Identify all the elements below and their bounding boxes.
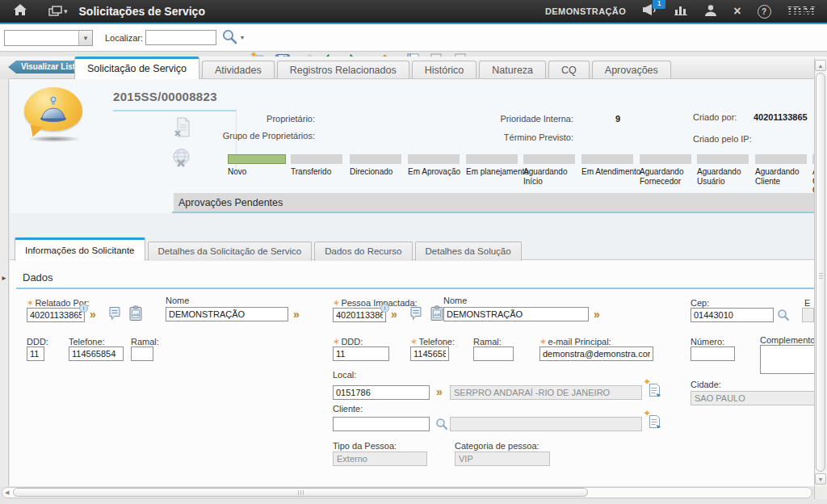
cliente-label: Cliente:: [333, 404, 363, 414]
nome2-input[interactable]: [443, 307, 589, 321]
caret-down-icon: ▾: [64, 7, 68, 15]
telefone1-input[interactable]: [69, 346, 124, 361]
criado-pelo-ip-label: Criado pelo IP:: [693, 134, 752, 144]
search-caret-icon[interactable]: ▾: [241, 34, 244, 41]
pessoa-impactada-input[interactable]: [333, 308, 386, 322]
ramal1-input[interactable]: [131, 346, 153, 361]
status-segment: Transferido: [291, 154, 354, 177]
grupo-proprietarios-label: Grupo de Proprietários:: [170, 131, 315, 141]
tab-solicitacao-de-servico[interactable]: Solicitação de Serviço: [74, 57, 199, 79]
subtab-dados-do-recurso[interactable]: Dados do Recurso: [314, 242, 412, 261]
subtab-informacoes-do-solicitante[interactable]: Informações do Solicitante: [15, 237, 145, 261]
home-icon[interactable]: [13, 3, 27, 19]
record-content: 2015SS/00008823 Proprietário: Grupo de P…: [10, 79, 814, 486]
categoria-de-pessoa-label: Categoria de pessoa:: [455, 441, 539, 451]
combobox-caret-icon[interactable]: ▾: [78, 31, 92, 45]
vertical-scrollbar-thumb[interactable]: [816, 73, 825, 472]
close-icon[interactable]: ×: [733, 4, 741, 19]
scroll-up-button[interactable]: ▲: [815, 60, 826, 71]
service-bell-icon: [36, 94, 71, 126]
complemento-textarea[interactable]: [760, 345, 814, 374]
left-collapse-strip: ►: [0, 79, 9, 486]
cep-input[interactable]: [691, 308, 774, 322]
apps-menu-icon[interactable]: ▾: [48, 6, 68, 17]
long-description-icon[interactable]: [107, 305, 123, 325]
complemento-label: Complemento:: [760, 335, 814, 345]
detail-menu-chevron[interactable]: »: [594, 308, 598, 321]
help-icon[interactable]: ?: [758, 5, 771, 19]
telefone2-input[interactable]: [410, 346, 449, 361]
relatado-por-input[interactable]: [27, 308, 85, 322]
tipo-da-pessoa-label: Tipo da Pessoa:: [333, 441, 397, 451]
horizontal-scrollbar-thumb[interactable]: [13, 488, 588, 497]
nome1-input[interactable]: [166, 307, 288, 321]
user-profile-icon[interactable]: [704, 4, 717, 19]
telefone1-label: Telefone:: [69, 337, 105, 346]
tab-atividades[interactable]: Atividades: [202, 61, 275, 79]
nome1-label: Nome: [166, 296, 189, 305]
scroll-down-button[interactable]: ▼: [815, 473, 826, 485]
tab-registros-relacionados[interactable]: Registros Relacionados: [277, 61, 409, 79]
termino-previsto-label: Término Previsto:: [452, 132, 573, 142]
aprovacoes-pendentes-bar: Aprovações Pendentes: [174, 193, 814, 212]
info-badge-icon[interactable]: i: [380, 304, 389, 313]
tab-aprovacoes[interactable]: Aprovações: [592, 61, 671, 79]
subtab-detalhes-da-solucao[interactable]: Detalhes da Solução: [415, 242, 522, 261]
ddd2-input[interactable]: [333, 346, 389, 361]
tab-historico[interactable]: Histórico: [412, 61, 477, 79]
status-segment: Direcionado: [350, 154, 413, 177]
globe-unavailable-icon: [170, 147, 192, 172]
ddd1-label: DDD:: [27, 337, 48, 346]
pessoa-impactada-label: ∗Pessoa Impactada:: [333, 298, 418, 308]
numero-label: Número:: [691, 337, 724, 346]
action-combobox[interactable]: ▾: [4, 30, 93, 46]
telefone2-label: ∗Telefone:: [410, 337, 455, 346]
ramal2-label: Ramal:: [473, 337, 502, 346]
status-segment: Aguardando Cliente: [755, 154, 814, 186]
cliente-description-field: [450, 417, 642, 431]
subtab-detalhes-da-solicitacao[interactable]: Detalhes da Solicitação de Servico: [148, 242, 313, 261]
detail-menu-chevron[interactable]: »: [90, 308, 94, 321]
main-tab-strip: Visualizar Lista Solicitação de Serviço …: [0, 57, 827, 79]
sub-tabs: Informações do Solicitante Detalhes da S…: [15, 237, 524, 261]
scrollbar-corner: [814, 486, 827, 499]
tab-natureza[interactable]: Natureza: [479, 61, 546, 79]
ramal2-input[interactable]: [473, 346, 514, 361]
dados-section-title: Dados: [23, 271, 53, 284]
long-description-icon[interactable]: [408, 305, 424, 325]
cidade-label: Cidade:: [691, 380, 721, 389]
ibm-logo: IBM: [787, 3, 817, 19]
logo-shadow: [27, 136, 81, 142]
endereco-label-clipped: E: [804, 298, 810, 308]
expand-panel-arrow[interactable]: ►: [1, 275, 7, 282]
ddd1-input[interactable]: [27, 346, 44, 361]
detail-menu-chevron[interactable]: »: [391, 308, 396, 321]
cliente-input[interactable]: [333, 417, 430, 431]
clipboard-image-icon[interactable]: [128, 305, 144, 325]
cep-search-icon[interactable]: [777, 309, 790, 325]
email-principal-input[interactable]: [539, 346, 653, 361]
local-input[interactable]: [333, 385, 430, 400]
tab-cq[interactable]: CQ: [548, 61, 590, 79]
record-id-underline: [113, 110, 236, 111]
clipboard-image-icon[interactable]: [429, 305, 445, 325]
status-bar-active: [228, 154, 286, 164]
long-description-edit-icon[interactable]: ✦: [646, 381, 662, 401]
aprovacoes-pendentes-title: Aprovações Pendentes: [178, 197, 283, 208]
long-description-edit-icon[interactable]: ✦: [646, 413, 662, 432]
chart-icon[interactable]: [674, 4, 688, 19]
announcements-icon[interactable]: 1: [642, 3, 658, 19]
categoria-de-pessoa-field: VIP: [455, 452, 550, 466]
scroll-left-button[interactable]: ◀: [5, 489, 9, 496]
detail-menu-chevron[interactable]: »: [293, 308, 298, 321]
tipo-da-pessoa-field: Externo: [333, 452, 427, 466]
detail-menu-chevron[interactable]: »: [436, 385, 441, 398]
numero-input[interactable]: [691, 346, 735, 361]
localizar-input[interactable]: [145, 30, 216, 45]
cliente-search-icon[interactable]: [435, 418, 448, 434]
status-segment: Novo: [228, 154, 291, 177]
prioridade-interna-value: 9: [615, 114, 620, 124]
info-badge-icon[interactable]: i: [79, 304, 88, 313]
search-icon[interactable]: [221, 28, 239, 46]
thumb-grip: [819, 273, 823, 279]
